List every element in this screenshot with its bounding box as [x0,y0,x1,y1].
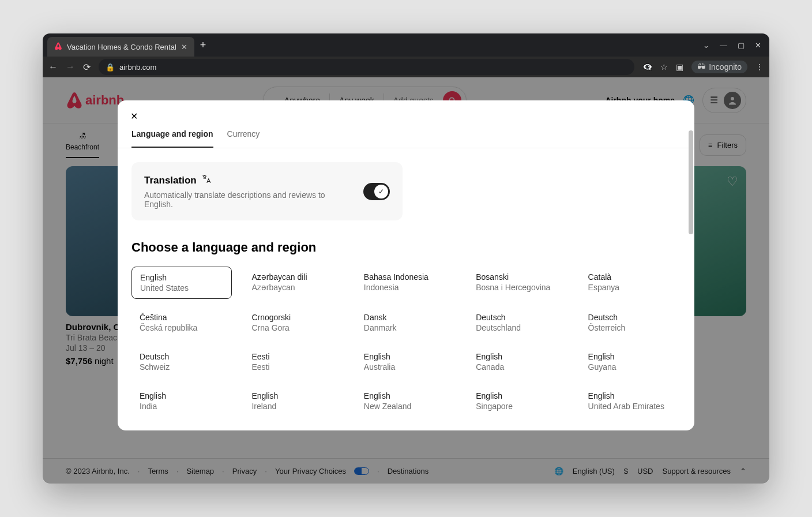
language-option[interactable]: EnglishIndia [131,385,232,417]
choose-heading: Choose a language and region [131,240,681,255]
language-name: English [588,391,672,400]
toggle-knob: ✓ [374,185,388,198]
language-option[interactable]: EnglishGuyana [580,346,681,377]
modal-body: Translation Automatically translate desc… [118,148,694,430]
language-region: Indonesia [364,283,448,292]
language-option[interactable]: DeutschSchweiz [131,346,232,377]
language-region: Espanya [588,283,672,292]
lock-icon: 🔒 [106,63,115,72]
back-icon[interactable]: ← [48,62,58,72]
airbnb-favicon-icon [54,42,62,52]
language-option[interactable]: ČeštinaČeská republika [131,307,232,338]
language-region: United Arab Emirates [588,402,672,411]
omnibox[interactable]: 🔒 airbnb.com [99,59,634,75]
language-region: Crna Gora [251,323,336,332]
language-name: English [588,352,672,361]
language-name: English [140,273,223,282]
language-region: Danmark [364,323,448,332]
language-grid: EnglishUnited StatesAzərbaycan diliAzərb… [131,267,681,417]
modal-overlay[interactable]: ✕ Language and region Currency Translati… [43,77,769,484]
language-option[interactable]: CatalàEspanya [580,267,681,299]
maximize-icon[interactable]: ▢ [738,41,745,50]
language-name: English [476,391,560,400]
language-name: Deutsch [588,313,672,322]
translation-toggle[interactable]: ✓ [363,183,390,200]
language-region: Singapore [476,402,560,411]
language-region: Guyana [588,362,672,372]
tab-close-icon[interactable]: ✕ [181,43,187,51]
language-option[interactable]: BosanskiBosna i Hercegovina [468,267,568,299]
browser-address-bar: ← → ⟳ 🔒 airbnb.com 👁‍🗨 ☆ ▣ 🕶 Incognito ⋮ [43,57,769,77]
tab-title: Vacation Homes & Condo Rental [67,43,176,51]
scrollbar-thumb[interactable] [689,130,693,234]
language-region: Schweiz [140,362,224,372]
close-icon[interactable]: ✕ [130,111,138,122]
language-region: Österreich [588,323,672,332]
forward-icon: → [66,62,75,72]
language-region: United States [140,283,223,293]
language-region: Azərbaycan [251,283,336,292]
incognito-label: Incognito [709,62,742,72]
language-option[interactable]: CrnogorskiCrna Gora [243,307,344,338]
language-name: English [140,391,224,400]
language-region: Eesti [251,362,336,372]
language-region: Australia [364,362,448,372]
language-option[interactable]: Azərbaycan diliAzərbaycan [243,267,344,299]
language-name: English [364,391,448,400]
tab-language-region[interactable]: Language and region [131,129,213,148]
language-option[interactable]: DanskDanmark [356,307,456,338]
url-text: airbnb.com [119,63,156,72]
language-option[interactable]: EnglishAustralia [356,346,456,377]
language-region: Canada [476,362,560,372]
language-modal: ✕ Language and region Currency Translati… [118,100,694,430]
translate-icon [201,174,212,187]
tab-currency[interactable]: Currency [227,129,260,148]
page-root: airbnb Anywhere Any week Add guests Airb… [43,77,769,484]
browser-tab[interactable]: Vacation Homes & Condo Rental ✕ [47,37,194,57]
language-name: Deutsch [140,352,224,361]
language-option[interactable]: DeutschDeutschland [468,307,568,338]
eye-off-icon[interactable]: 👁‍🗨 [642,62,652,72]
language-option[interactable]: Bahasa IndonesiaIndonesia [356,267,456,299]
panel-icon[interactable]: ▣ [676,62,683,72]
language-region: Bosna i Hercegovina [476,283,560,292]
translation-title-text: Translation [144,175,197,186]
language-region: New Zealand [364,402,448,411]
language-name: Deutsch [476,313,560,322]
language-name: Bosanski [476,272,560,282]
chevron-down-icon[interactable]: ⌄ [703,41,709,50]
language-region: Ireland [251,402,336,411]
language-region: Deutschland [476,323,560,332]
language-option[interactable]: EnglishUnited States [131,267,232,299]
language-region: Česká republika [140,323,224,332]
language-option[interactable]: EestiEesti [243,346,344,377]
incognito-icon: 🕶 [697,62,705,72]
language-name: Bahasa Indonesia [364,272,448,282]
language-region: India [140,402,224,411]
minimize-icon[interactable]: — [720,41,727,50]
language-option[interactable]: EnglishIreland [243,385,344,417]
modal-tabs: Language and region Currency [118,112,694,148]
close-window-icon[interactable]: ✕ [755,41,761,50]
language-option[interactable]: EnglishNew Zealand [356,385,456,417]
kebab-menu-icon[interactable]: ⋮ [755,62,764,72]
browser-window: Vacation Homes & Condo Rental ✕ + ⌄ — ▢ … [43,33,769,484]
language-name: Čeština [140,313,224,322]
language-name: Azərbaycan dili [251,272,336,282]
browser-titlebar: Vacation Homes & Condo Rental ✕ + ⌄ — ▢ … [43,33,769,57]
translation-desc: Automatically translate descriptions and… [144,190,352,209]
language-option[interactable]: DeutschÖsterreich [580,307,681,338]
language-option[interactable]: EnglishSingapore [468,385,568,417]
language-name: English [364,352,448,361]
window-controls: ⌄ — ▢ ✕ [703,41,769,50]
language-name: English [251,391,336,400]
language-option[interactable]: EnglishCanada [468,346,568,377]
language-name: Dansk [364,313,448,322]
bookmark-icon[interactable]: ☆ [660,62,668,72]
language-name: Crnogorski [251,313,336,322]
language-option[interactable]: EnglishUnited Arab Emirates [580,385,681,417]
new-tab-button[interactable]: + [200,39,206,51]
incognito-chip[interactable]: 🕶 Incognito [691,61,747,73]
language-name: English [476,352,560,361]
reload-icon[interactable]: ⟳ [83,62,91,73]
